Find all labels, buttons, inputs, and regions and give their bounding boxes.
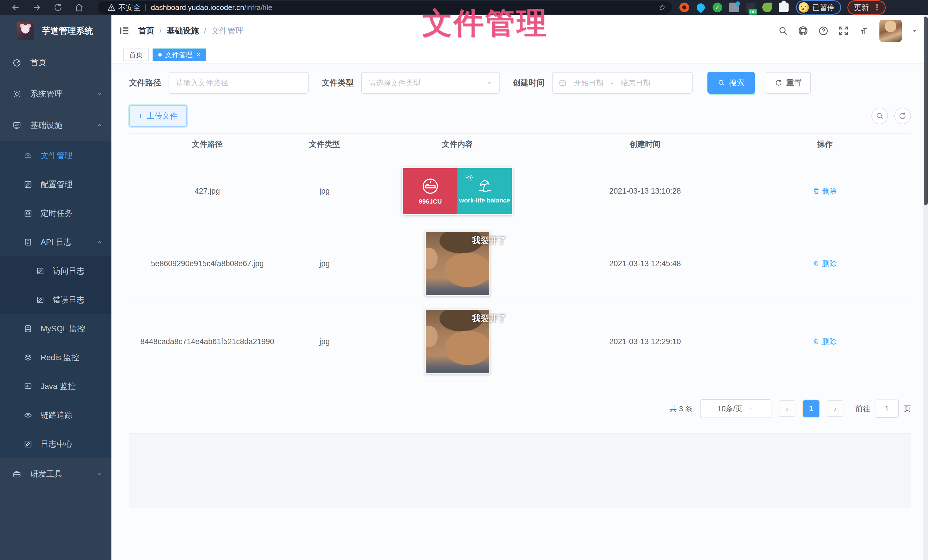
file-preview-baby-meme-image[interactable]: 我裂开了 bbox=[424, 309, 490, 374]
reset-button[interactable]: 重置 bbox=[766, 72, 811, 94]
bookmark-star-icon[interactable]: ☆ bbox=[658, 2, 666, 13]
browser-back-icon[interactable] bbox=[9, 1, 22, 14]
file-path-input[interactable] bbox=[176, 79, 301, 87]
end-date-placeholder[interactable]: 结束日期 bbox=[621, 78, 650, 88]
date-range-picker[interactable]: 开始日期 - 结束日期 bbox=[552, 72, 693, 94]
file-path-field[interactable] bbox=[169, 72, 308, 94]
sidebar-item-scheduled-jobs[interactable]: 定时任务 bbox=[0, 199, 111, 228]
help-icon[interactable] bbox=[818, 26, 829, 36]
browser-menu-dots-icon[interactable]: ⋮ bbox=[873, 3, 881, 11]
extension-green-check-icon[interactable]: ✓ bbox=[713, 3, 722, 12]
created-time-cell: 2021-03-13 12:29:10 bbox=[551, 337, 739, 346]
search-form: 文件路径 文件类型 请选择文件类型 创建时间 开始日期 - 结束日期 bbox=[129, 72, 911, 94]
sidebar-item-system[interactable]: 系统管理 bbox=[0, 78, 111, 110]
fullscreen-icon[interactable] bbox=[838, 26, 849, 36]
chevron-down-icon bbox=[96, 470, 103, 478]
dashboard-icon bbox=[12, 58, 21, 67]
trash-icon bbox=[813, 188, 820, 195]
breadcrumb-home[interactable]: 首页 bbox=[138, 26, 154, 36]
extension-orange-icon[interactable] bbox=[679, 3, 689, 12]
page-size-select[interactable]: 10条/页 bbox=[700, 399, 771, 418]
sidebar-item-redis-monitor[interactable]: Redis 监控 bbox=[0, 343, 111, 372]
calendar-icon bbox=[559, 79, 566, 87]
bed-icon bbox=[421, 177, 440, 196]
action-cell: 删除 bbox=[739, 186, 911, 196]
page-scrollbar[interactable] bbox=[923, 15, 928, 560]
file-preview-996icu-image[interactable]: 996.ICU work-life balance bbox=[402, 167, 513, 215]
hamburger-icon[interactable] bbox=[119, 25, 130, 37]
screen: 不安全 dashboard.yudao.iocoder.cn/infra/fil… bbox=[0, 0, 928, 560]
column-header-created: 创建时间 bbox=[551, 139, 739, 149]
sidebar-item-access-log[interactable]: 访问日志 bbox=[0, 256, 111, 285]
start-date-placeholder[interactable]: 开始日期 bbox=[574, 78, 603, 88]
sidebar-item-error-log[interactable]: 错误日志 bbox=[0, 285, 111, 314]
search-icon[interactable] bbox=[778, 26, 788, 36]
delete-button[interactable]: 删除 bbox=[813, 186, 837, 196]
file-path-cell: 427.jpg bbox=[129, 187, 285, 196]
sidebar-item-home[interactable]: 首页 bbox=[0, 47, 111, 78]
sidebar-item-label: Redis 监控 bbox=[41, 352, 79, 363]
browser-profile-badge[interactable]: 已暂停 bbox=[796, 0, 841, 15]
browser-home-icon[interactable] bbox=[73, 1, 86, 14]
goto-page-input[interactable] bbox=[875, 400, 899, 418]
tab-home[interactable]: 首页 bbox=[124, 49, 148, 61]
file-type-select[interactable]: 请选择文件类型 bbox=[361, 72, 500, 94]
file-path-cell: 8448cada8c714e4ab61f521c8da21990 bbox=[129, 337, 285, 346]
browser-update-button[interactable]: 更新 ⋮ bbox=[847, 0, 886, 15]
sidebar-item-dev-tools[interactable]: 研发工具 bbox=[0, 458, 111, 490]
scrollbar-thumb[interactable] bbox=[924, 17, 928, 205]
extension-leaf-icon[interactable] bbox=[762, 3, 772, 12]
database-icon bbox=[24, 325, 32, 333]
prev-page-button[interactable]: ‹ bbox=[779, 400, 795, 417]
toggle-search-button[interactable] bbox=[872, 108, 888, 124]
sidebar-item-java-monitor[interactable]: Java 监控 bbox=[0, 372, 111, 401]
caret-down-icon[interactable] bbox=[911, 28, 918, 34]
delete-button[interactable]: 删除 bbox=[813, 259, 837, 269]
reset-button-label: 重置 bbox=[786, 78, 802, 88]
sidebar-item-api-log[interactable]: API 日志 bbox=[0, 228, 111, 256]
address-bar[interactable]: 不安全 dashboard.yudao.iocoder.cn/infra/fil… bbox=[98, 1, 672, 14]
file-page-content: 文件路径 文件类型 请选择文件类型 创建时间 开始日期 - 结束日期 bbox=[111, 63, 928, 508]
file-preview-baby-meme-image[interactable]: 我裂开了 bbox=[424, 231, 490, 297]
extension-grid-icon[interactable] bbox=[729, 3, 739, 12]
breadcrumb-section[interactable]: 基础设施 bbox=[167, 26, 199, 36]
extension-pin-icon[interactable] bbox=[696, 3, 706, 12]
omnibox-divider bbox=[145, 4, 146, 11]
error-log-icon bbox=[37, 296, 44, 304]
upload-file-button[interactable]: + 上传文件 bbox=[129, 105, 187, 127]
total-count: 共 3 条 bbox=[669, 404, 693, 414]
font-size-icon[interactable] bbox=[858, 26, 870, 36]
refresh-table-button[interactable] bbox=[894, 108, 911, 124]
sidebar-item-label: MySQL 监控 bbox=[41, 323, 85, 334]
sidebar-item-label: 访问日志 bbox=[53, 266, 85, 277]
sidebar-item-config-management[interactable]: 配置管理 bbox=[0, 170, 111, 199]
table-row: 5e8609290e915c4fa8b08e67.jpg jpg 我裂开了 20… bbox=[129, 227, 911, 300]
chevron-down-icon bbox=[486, 80, 493, 86]
app-logo-row[interactable]: 芋道管理系统 bbox=[0, 15, 111, 47]
created-time-cell: 2021-03-13 13:10:28 bbox=[551, 187, 739, 196]
breadcrumb-current: 文件管理 bbox=[211, 26, 243, 36]
url-text[interactable]: dashboard.yudao.iocoder.cn/infra/file bbox=[151, 3, 272, 12]
created-time-cell: 2021-03-13 12:45:48 bbox=[551, 259, 739, 268]
extensions-puzzle-icon[interactable] bbox=[779, 3, 789, 12]
chevron-up-icon bbox=[96, 239, 103, 246]
sidebar-item-file-management[interactable]: 文件管理 bbox=[0, 141, 111, 170]
sidebar-item-mysql-monitor[interactable]: MySQL 监控 bbox=[0, 314, 111, 343]
delete-button[interactable]: 删除 bbox=[813, 337, 837, 347]
search-button[interactable]: 搜索 bbox=[707, 72, 755, 94]
sidebar-item-infrastructure[interactable]: 基础设施 bbox=[0, 110, 111, 141]
browser-reload-icon[interactable] bbox=[52, 1, 64, 14]
sidebar-item-trace[interactable]: 链路追踪 bbox=[0, 401, 111, 429]
extension-proxy-icon[interactable]: on bbox=[746, 3, 756, 12]
close-tab-icon[interactable]: × bbox=[197, 51, 200, 59]
sidebar-item-log-center[interactable]: 日志中心 bbox=[0, 429, 111, 458]
delete-label: 删除 bbox=[822, 186, 837, 196]
security-label[interactable]: 不安全 bbox=[118, 3, 140, 12]
current-page-button[interactable]: 1 bbox=[803, 400, 820, 417]
browser-forward-icon[interactable] bbox=[30, 1, 43, 14]
next-page-button[interactable]: › bbox=[827, 400, 843, 417]
tab-file-management[interactable]: 文件管理 × bbox=[153, 49, 206, 61]
user-avatar[interactable] bbox=[879, 20, 902, 42]
github-icon[interactable] bbox=[798, 26, 809, 36]
sun-icon bbox=[465, 173, 473, 182]
